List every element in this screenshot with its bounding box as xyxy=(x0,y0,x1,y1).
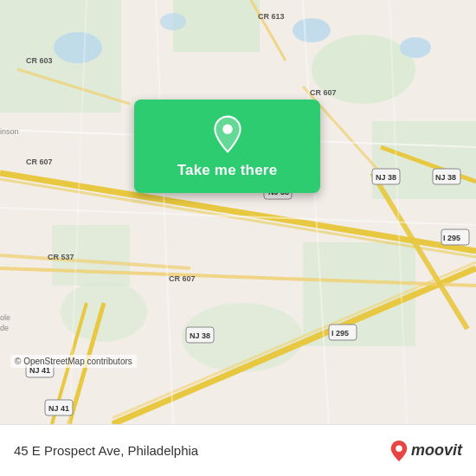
svg-text:CR 603: CR 603 xyxy=(26,56,53,65)
svg-point-12 xyxy=(160,13,186,30)
svg-text:CR 607: CR 607 xyxy=(26,158,53,166)
location-pin-icon xyxy=(209,115,247,153)
svg-text:CR 613: CR 613 xyxy=(258,12,285,21)
address-text: 45 E Prospect Ave, Philadelphia xyxy=(14,443,389,458)
map-container: CR 603 CR 613 CR 607 CR 537 CR 607 CR 60… xyxy=(0,0,476,424)
svg-rect-7 xyxy=(372,121,476,199)
svg-text:CR 607: CR 607 xyxy=(310,88,337,97)
moovit-logo: moovit xyxy=(389,440,462,462)
svg-point-57 xyxy=(222,125,232,134)
svg-point-58 xyxy=(396,445,402,451)
svg-rect-2 xyxy=(173,0,260,52)
svg-text:I 295: I 295 xyxy=(443,234,460,242)
svg-text:ole: ole xyxy=(0,313,10,322)
svg-text:inson: inson xyxy=(0,127,19,136)
take-me-there-button[interactable]: Take me there xyxy=(177,162,278,179)
svg-point-11 xyxy=(400,37,431,58)
svg-text:CR 537: CR 537 xyxy=(48,253,74,261)
moovit-logo-icon xyxy=(389,440,408,462)
location-card[interactable]: Take me there xyxy=(134,100,320,193)
svg-text:NJ 38: NJ 38 xyxy=(190,331,210,340)
moovit-wordmark: moovit xyxy=(411,441,462,460)
svg-point-9 xyxy=(54,32,102,63)
svg-text:NJ 38: NJ 38 xyxy=(376,173,396,182)
svg-point-10 xyxy=(293,18,331,42)
map-attribution: © OpenStreetMap contributors xyxy=(10,355,137,368)
svg-text:I 295: I 295 xyxy=(331,329,349,338)
svg-text:CR 607: CR 607 xyxy=(169,274,196,283)
svg-text:NJ 41: NJ 41 xyxy=(48,404,69,413)
bottom-bar: 45 E Prospect Ave, Philadelphia moovit xyxy=(0,424,476,476)
svg-text:de: de xyxy=(0,324,9,332)
svg-text:NJ 38: NJ 38 xyxy=(435,173,456,182)
